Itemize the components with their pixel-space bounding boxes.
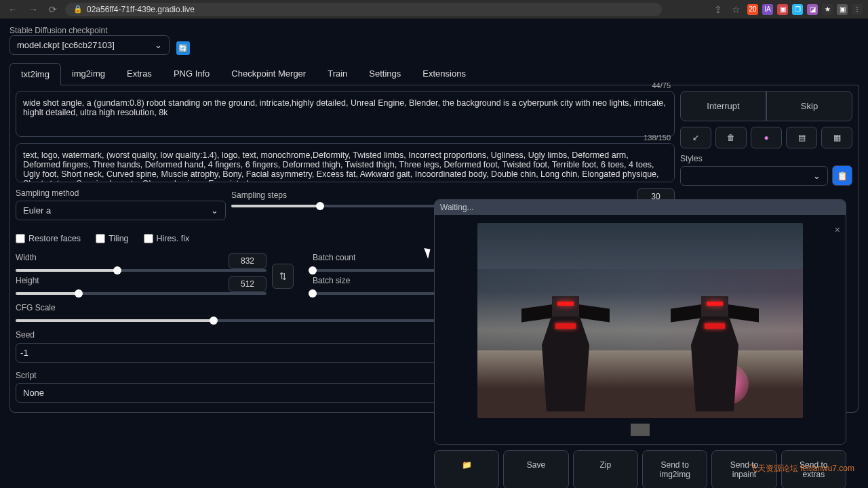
ext-icon-6[interactable]: ▣: [837, 4, 848, 15]
skip-button[interactable]: Skip: [766, 91, 852, 121]
thumbnail[interactable]: [631, 424, 650, 436]
ext-icon-0[interactable]: 20: [747, 4, 758, 15]
width-value[interactable]: [229, 253, 267, 269]
tab-settings[interactable]: Settings: [358, 63, 412, 85]
batch-size-label: Batch size: [313, 276, 350, 289]
reload-icon[interactable]: ⟳: [46, 3, 60, 16]
star-icon[interactable]: ☆: [729, 3, 743, 16]
preview-status: Waiting...: [435, 200, 846, 215]
height-label: Height: [16, 276, 39, 289]
share-icon[interactable]: ⇪: [711, 3, 725, 16]
neg-prompt-input[interactable]: [16, 143, 675, 182]
generated-image[interactable]: [477, 223, 803, 418]
bottom-button-3[interactable]: Send to img2img: [642, 450, 707, 488]
preview-panel: Waiting... ×: [434, 199, 846, 445]
width-slider[interactable]: [16, 269, 267, 272]
ext-icon-4[interactable]: ◪: [807, 4, 818, 15]
width-label: Width: [16, 253, 37, 266]
batch-count-label: Batch count: [313, 253, 355, 266]
chevron-down-icon: ⌄: [155, 40, 162, 50]
tab-checkpoint-merger[interactable]: Checkpoint Merger: [220, 63, 317, 85]
bottom-button-2[interactable]: Zip: [573, 450, 638, 488]
tab-img2img[interactable]: img2img: [61, 63, 116, 85]
tab-extensions[interactable]: Extensions: [412, 63, 477, 85]
mini-button-4[interactable]: ▦: [821, 127, 852, 148]
bottom-button-1[interactable]: Save: [503, 450, 568, 488]
prompt-input[interactable]: [16, 91, 675, 137]
ext-icon-3[interactable]: ❐: [792, 4, 803, 15]
apply-style-button[interactable]: 📋: [832, 165, 852, 186]
close-icon[interactable]: ×: [835, 224, 840, 235]
restore-faces-checkbox[interactable]: Restore faces: [16, 234, 81, 243]
lock-icon: 🔒: [73, 5, 83, 14]
tab-png-info[interactable]: PNG Info: [163, 63, 220, 85]
tab-extras[interactable]: Extras: [116, 63, 163, 85]
url-text: 02a56ff4-71ff-439e.gradio.live: [87, 5, 195, 14]
ext-icon-1[interactable]: IA: [762, 4, 773, 15]
ext-icon-2[interactable]: ▣: [777, 4, 788, 15]
bottom-button-4[interactable]: Send to inpaint: [711, 450, 776, 488]
interrupt-button[interactable]: Interrupt: [680, 91, 766, 121]
checkpoint-dropdown[interactable]: model.ckpt [cc6cb27103] ⌄: [9, 35, 170, 55]
mini-button-3[interactable]: ▤: [786, 127, 817, 148]
mini-button-2[interactable]: ●: [751, 127, 782, 148]
height-value[interactable]: [229, 276, 267, 292]
styles-label: Styles: [680, 154, 828, 163]
checkpoint-label: Stable Diffusion checkpoint: [9, 26, 170, 35]
cfg-label: CFG Scale: [16, 303, 56, 317]
forward-icon[interactable]: →: [26, 3, 41, 16]
tab-train[interactable]: Train: [317, 63, 358, 85]
chevron-down-icon: ⌄: [813, 171, 821, 181]
styles-dropdown[interactable]: ⌄: [680, 166, 828, 186]
refresh-checkpoint-button[interactable]: 🔄: [176, 41, 190, 55]
height-slider[interactable]: [16, 292, 267, 295]
address-bar[interactable]: 🔒 02a56ff4-71ff-439e.gradio.live: [65, 3, 662, 16]
swap-dims-button[interactable]: ⇅: [272, 264, 294, 289]
chevron-down-icon: ⌄: [211, 205, 218, 216]
ext-icon-7[interactable]: ⋮: [852, 4, 863, 15]
sampling-method-dropdown[interactable]: Euler a ⌄: [16, 201, 226, 220]
mini-button-0[interactable]: ↙: [680, 127, 711, 148]
tab-txt2img[interactable]: txt2img: [9, 63, 61, 85]
hires-fix-checkbox[interactable]: Hires. fix: [144, 234, 190, 243]
mini-button-1[interactable]: 🗑: [715, 127, 747, 148]
tiling-checkbox[interactable]: Tiling: [96, 234, 128, 243]
bottom-button-5[interactable]: Send to extras: [781, 450, 846, 488]
back-icon[interactable]: ←: [5, 3, 20, 16]
prompt-count: 44/75: [652, 81, 671, 89]
bottom-button-0[interactable]: 📁: [434, 450, 499, 488]
steps-label: Sampling steps: [231, 190, 287, 200]
neg-prompt-count: 138/150: [644, 134, 671, 142]
ext-icon-5[interactable]: ★: [822, 4, 833, 15]
sampling-method-label: Sampling method: [16, 188, 226, 198]
